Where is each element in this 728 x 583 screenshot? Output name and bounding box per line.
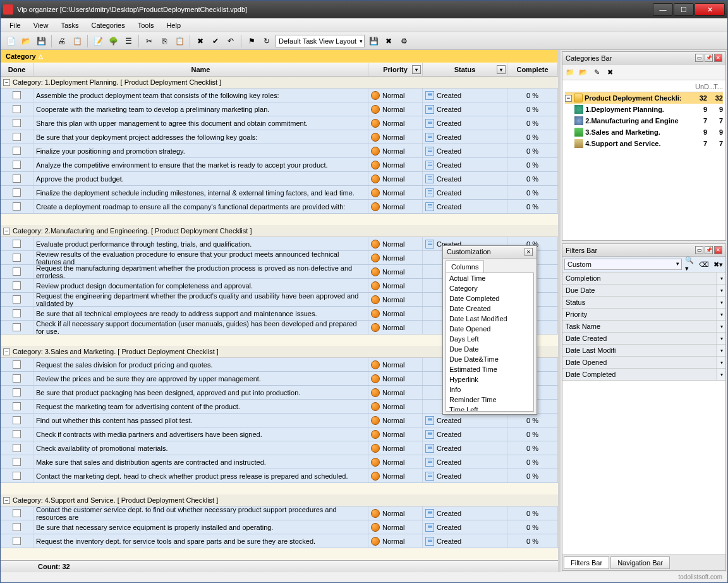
filter-row[interactable]: Task Name▾ bbox=[562, 321, 725, 333]
copy-icon[interactable]: ⎘ bbox=[158, 35, 171, 47]
done-cell[interactable] bbox=[1, 469, 33, 482]
menu-view[interactable]: View bbox=[28, 20, 54, 31]
dropdown-icon[interactable]: ▾ bbox=[717, 369, 725, 380]
status-cell[interactable]: Created bbox=[423, 441, 507, 455]
done-cell[interactable] bbox=[1, 321, 33, 334]
category-tree[interactable]: UnD...T... −Product Deployment Checkli:3… bbox=[562, 80, 725, 240]
customization-dialog[interactable]: Customization ✕ Columns Actual TimeCateg… bbox=[442, 245, 537, 415]
expander-icon[interactable]: − bbox=[3, 79, 10, 86]
task-row[interactable]: Check if contracts with media partners a… bbox=[1, 427, 558, 441]
column-complete[interactable]: Complete bbox=[507, 63, 558, 76]
status-cell[interactable]: Created bbox=[423, 158, 507, 171]
checkbox[interactable] bbox=[13, 105, 21, 113]
priority-cell[interactable]: Normal bbox=[368, 186, 423, 199]
layout-selector[interactable]: Default Task View Layout bbox=[276, 35, 365, 47]
close-button[interactable]: ✕ bbox=[695, 3, 725, 16]
checkbox[interactable] bbox=[13, 133, 21, 141]
column-name[interactable]: Name bbox=[33, 63, 368, 76]
status-cell[interactable]: Created bbox=[423, 469, 507, 482]
priority-cell[interactable]: Normal bbox=[368, 441, 423, 455]
columns-list[interactable]: Actual TimeCategoryDate CompletedDate Cr… bbox=[446, 273, 534, 412]
column-option[interactable]: Due Date&Time bbox=[446, 354, 533, 364]
cut-icon[interactable]: ✂ bbox=[143, 35, 155, 47]
column-option[interactable]: Hyperlink bbox=[446, 374, 533, 384]
checkbox[interactable] bbox=[13, 458, 21, 466]
expander-icon[interactable]: − bbox=[3, 497, 10, 504]
checkbox[interactable] bbox=[13, 388, 21, 396]
doc-icon[interactable]: 📋 bbox=[71, 35, 83, 47]
priority-cell[interactable]: Normal bbox=[368, 506, 423, 520]
filter-row[interactable]: Date Opened▾ bbox=[562, 357, 725, 369]
expander-icon[interactable]: − bbox=[565, 95, 572, 102]
priority-cell[interactable]: Normal bbox=[368, 279, 423, 292]
priority-cell[interactable]: Normal bbox=[368, 400, 423, 413]
checkbox[interactable] bbox=[13, 537, 21, 545]
priority-cell[interactable]: Normal bbox=[368, 251, 423, 264]
done-cell[interactable] bbox=[1, 102, 33, 116]
done-cell[interactable] bbox=[1, 293, 33, 306]
priority-cell[interactable]: Normal bbox=[368, 102, 423, 116]
priority-cell[interactable]: Normal bbox=[368, 386, 423, 399]
clear-icon[interactable]: ⌫ bbox=[698, 259, 710, 270]
new-icon[interactable]: 📄 bbox=[4, 35, 17, 47]
done-cell[interactable] bbox=[1, 455, 33, 469]
column-option[interactable]: Estimated Time bbox=[446, 364, 533, 374]
done-cell[interactable] bbox=[1, 265, 33, 278]
remove-icon[interactable]: ✖▾ bbox=[712, 259, 724, 270]
delete-icon[interactable]: ✖ bbox=[604, 66, 616, 78]
priority-cell[interactable]: Normal bbox=[368, 130, 423, 144]
checkbox[interactable] bbox=[13, 240, 21, 248]
settings-icon[interactable]: ⚙ bbox=[397, 35, 410, 47]
menu-tools[interactable]: Tools bbox=[133, 20, 159, 31]
done-cell[interactable] bbox=[1, 400, 33, 413]
filter-row[interactable]: Due Date▾ bbox=[562, 285, 725, 297]
done-cell[interactable] bbox=[1, 358, 33, 371]
checkbox[interactable] bbox=[13, 472, 21, 480]
checkbox[interactable] bbox=[13, 360, 21, 369]
dropdown-icon[interactable]: ▾ bbox=[717, 309, 725, 320]
delete-layout-icon[interactable]: ✖ bbox=[382, 35, 395, 47]
priority-cell[interactable]: Normal bbox=[368, 321, 423, 334]
done-cell[interactable] bbox=[1, 186, 33, 199]
open-icon[interactable]: 📂 bbox=[20, 35, 32, 47]
paste-icon[interactable]: 📋 bbox=[173, 35, 186, 47]
checkbox[interactable] bbox=[13, 281, 21, 290]
priority-cell[interactable]: Normal bbox=[368, 455, 423, 469]
filter-row[interactable]: Date Last Modifi▾ bbox=[562, 345, 725, 357]
status-cell[interactable]: Created bbox=[423, 414, 507, 427]
tree-icon[interactable]: 🌳 bbox=[107, 35, 119, 47]
task-row[interactable]: Make sure that sales and distribution ag… bbox=[1, 455, 558, 469]
task-row[interactable]: Assemble the product deployment team tha… bbox=[1, 89, 558, 102]
priority-cell[interactable]: Normal bbox=[368, 307, 423, 320]
task-row[interactable]: Share this plan with upper management to… bbox=[1, 116, 558, 130]
status-cell[interactable]: Created bbox=[423, 116, 507, 130]
status-cell[interactable]: Created bbox=[423, 427, 507, 441]
expander-icon[interactable]: − bbox=[3, 348, 10, 355]
dropdown-icon[interactable]: ▾ bbox=[717, 345, 725, 356]
checkbox[interactable] bbox=[13, 161, 21, 169]
priority-cell[interactable]: Normal bbox=[368, 414, 423, 427]
tree-item[interactable]: 3.Sales and Marketing.99 bbox=[565, 126, 723, 138]
menu-help[interactable]: Help bbox=[161, 20, 186, 31]
done-cell[interactable] bbox=[1, 172, 33, 185]
undo-icon[interactable]: ↶ bbox=[224, 35, 237, 47]
tab-filters[interactable]: Filters Bar bbox=[564, 556, 609, 569]
column-option[interactable]: Date Opened bbox=[446, 324, 533, 334]
checkbox[interactable] bbox=[13, 202, 21, 211]
done-cell[interactable] bbox=[1, 520, 33, 534]
priority-cell[interactable]: Normal bbox=[368, 293, 423, 306]
priority-cell[interactable]: Normal bbox=[368, 200, 423, 213]
group-header[interactable]: −Category: 4.Support and Service. [ Prod… bbox=[1, 494, 558, 506]
priority-cell[interactable]: Normal bbox=[368, 265, 423, 278]
priority-cell[interactable]: Normal bbox=[368, 520, 423, 534]
done-cell[interactable] bbox=[1, 158, 33, 171]
done-cell[interactable] bbox=[1, 89, 33, 102]
status-cell[interactable]: Created bbox=[423, 520, 507, 534]
filter-row[interactable]: Date Completed▾ bbox=[562, 369, 725, 381]
pin-icon[interactable]: 📌 bbox=[705, 246, 713, 254]
sub-category-icon[interactable]: 📂 bbox=[578, 66, 589, 78]
done-cell[interactable] bbox=[1, 307, 33, 320]
maximize-button[interactable]: ☐ bbox=[674, 3, 694, 16]
filter-row[interactable]: Priority▾ bbox=[562, 309, 725, 321]
checkbox[interactable] bbox=[13, 430, 21, 438]
